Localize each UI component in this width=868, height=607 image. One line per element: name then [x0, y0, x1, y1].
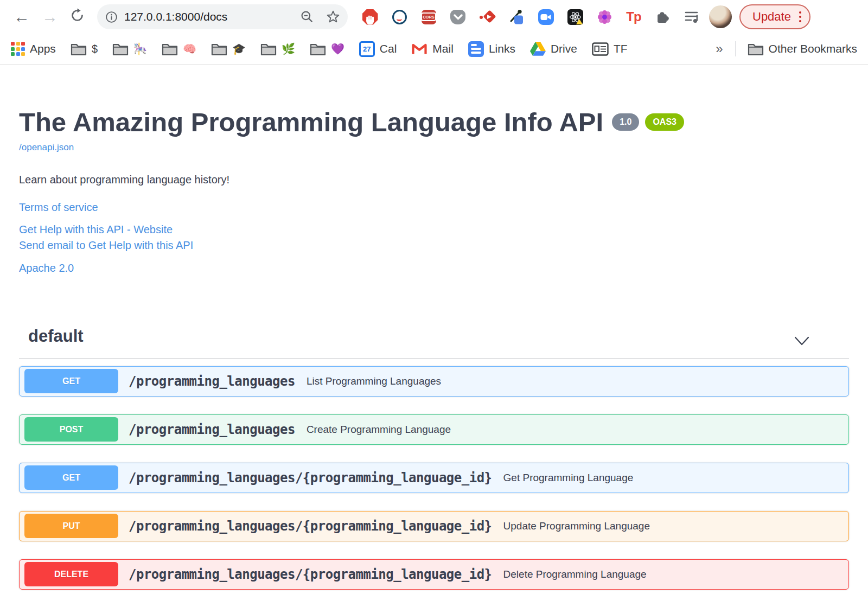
bookmark-label: Mail — [432, 42, 454, 55]
profile-avatar[interactable] — [709, 5, 732, 28]
endpoint-path: /programming_languages — [129, 422, 295, 437]
bookmark-folder-heart[interactable]: 💜 — [310, 42, 344, 56]
chat-extension-icon[interactable] — [391, 9, 407, 25]
tp-letters-icon: Tp — [626, 9, 641, 24]
endpoint-row-get-one[interactable]: GET /programming_languages/{programming_… — [19, 463, 849, 493]
folder-icon — [112, 42, 129, 56]
endpoint-path: /programming_languages/{programming_lang… — [129, 519, 492, 534]
bookmarks-divider — [735, 41, 736, 56]
url-text[interactable]: 127.0.0.1:8000/docs — [124, 10, 300, 23]
method-badge: GET — [24, 369, 118, 393]
bookmark-label: Links — [489, 42, 515, 55]
folder-emoji: 🎓 — [232, 42, 246, 55]
browser-toolbar: ← → 127.0.0.1:8000/docs — [0, 0, 868, 34]
update-button[interactable]: Update — [739, 4, 810, 29]
bookmarks-bar: Apps $ 🎠 🧠 🎓 🌿 — [0, 34, 868, 65]
react-devtools-extension-icon[interactable] — [567, 9, 583, 25]
eyedropper-icon — [508, 9, 525, 25]
bookmark-folder-carousel[interactable]: 🎠 — [112, 42, 147, 56]
bookmark-mail[interactable]: Mail — [411, 42, 454, 55]
reload-icon — [70, 8, 85, 23]
extensions-row: CORS — [362, 9, 700, 25]
color-picker-extension-icon[interactable] — [508, 9, 525, 25]
url-bar[interactable]: 127.0.0.1:8000/docs — [97, 4, 348, 29]
bookmark-label: Cal — [380, 42, 397, 55]
folder-emoji: 🧠 — [183, 42, 196, 55]
tampermonkey-extension-icon[interactable]: Tp — [626, 9, 642, 25]
help-email-link[interactable]: Send email to Get Help with this API — [19, 238, 849, 253]
zoom-out-icon[interactable] — [300, 10, 314, 24]
bookmark-label: Other Bookmarks — [769, 42, 857, 55]
pocket-extension-icon[interactable] — [450, 9, 466, 25]
terms-of-service-link[interactable]: Terms of service — [19, 201, 849, 214]
red-diamond-extension-icon[interactable] — [479, 9, 495, 25]
license-link[interactable]: Apache 2.0 — [19, 262, 849, 274]
playlist-extension-icon[interactable] — [684, 9, 700, 25]
endpoint-row-delete[interactable]: DELETE /programming_languages/{programmi… — [19, 559, 849, 590]
cors-extension-icon[interactable]: CORS — [420, 9, 437, 25]
zoom-extension-icon[interactable] — [538, 9, 554, 25]
drive-icon — [530, 42, 546, 56]
swagger-page: The Amazing Programming Language Info AP… — [0, 65, 868, 590]
folder-emoji: 🌿 — [282, 42, 295, 55]
method-badge: PUT — [24, 514, 118, 538]
section-default-header[interactable]: default — [19, 327, 849, 359]
stop-hand-icon — [362, 9, 378, 25]
bookmark-folder-brain[interactable]: 🧠 — [162, 42, 196, 56]
method-badge: DELETE — [24, 562, 118, 586]
folder-icon — [748, 42, 764, 56]
endpoint-summary: Get Programming Language — [503, 472, 634, 484]
folder-icon — [71, 42, 87, 56]
endpoint-path: /programming_languages — [129, 374, 295, 389]
bookmark-folder-graduation[interactable]: 🎓 — [211, 42, 246, 56]
bookmark-label: Apps — [30, 42, 56, 55]
video-camera-icon — [538, 9, 554, 25]
endpoint-summary: Delete Programming Language — [503, 568, 647, 580]
browser-menu-kebab-icon[interactable] — [799, 11, 802, 23]
back-button[interactable]: ← — [14, 9, 30, 25]
chevron-down-icon[interactable] — [794, 336, 810, 346]
folder-icon — [260, 42, 277, 56]
api-badges: 1.0 OAS3 — [612, 113, 684, 131]
folder-emoji: $ — [92, 43, 98, 55]
flower-extension-icon[interactable] — [596, 9, 612, 25]
bookmark-folder-herb[interactable]: 🌿 — [260, 42, 295, 56]
other-bookmarks[interactable]: Other Bookmarks — [748, 42, 857, 56]
chevron-shield-icon — [450, 10, 465, 24]
bookmark-drive[interactable]: Drive — [530, 42, 577, 56]
folder-icon — [162, 42, 178, 56]
bookmark-star-icon[interactable] — [326, 10, 340, 24]
endpoint-row-post-create[interactable]: POST /programming_languages Create Progr… — [19, 414, 849, 445]
openapi-spec-link[interactable]: /openapi.json — [19, 142, 74, 153]
method-badge: POST — [24, 417, 118, 442]
bookmark-folder-dollar[interactable]: $ — [71, 42, 98, 56]
endpoint-summary: Create Programming Language — [307, 424, 451, 436]
adblock-extension-icon[interactable] — [362, 9, 378, 25]
cors-badge-icon: CORS — [422, 10, 436, 24]
bookmark-calendar[interactable]: 27 Cal — [359, 41, 397, 57]
folder-icon — [310, 42, 326, 56]
puzzle-piece-icon — [656, 10, 671, 24]
bookmark-links[interactable]: Links — [468, 41, 515, 57]
bookmarks-overflow-chevron[interactable]: » — [716, 41, 723, 56]
oas3-badge: OAS3 — [645, 113, 684, 131]
reload-button[interactable] — [70, 8, 85, 25]
help-website-link[interactable]: Get Help with this API - Website — [19, 222, 849, 238]
atom-icon — [567, 9, 583, 25]
forward-button[interactable]: → — [42, 9, 58, 25]
endpoint-list: GET /programming_languages List Programm… — [19, 366, 849, 590]
section-title: default — [28, 327, 84, 346]
endpoint-row-put-update[interactable]: PUT /programming_languages/{programming_… — [19, 511, 849, 541]
bookmark-apps[interactable]: Apps — [11, 42, 56, 56]
warning-triangle-icon — [576, 19, 583, 24]
endpoint-summary: Update Programming Language — [503, 520, 650, 532]
extensions-menu-button[interactable] — [655, 9, 671, 25]
bookmark-label: Drive — [551, 42, 577, 55]
site-info-icon[interactable] — [105, 11, 118, 23]
calendar-icon: 27 — [359, 41, 375, 57]
bookmark-label: TF — [614, 42, 628, 55]
endpoint-row-get-list[interactable]: GET /programming_languages List Programm… — [19, 366, 849, 397]
speech-bubble-icon — [392, 10, 407, 24]
bookmark-tf[interactable]: TF — [592, 42, 628, 56]
api-title: The Amazing Programming Language Info AP… — [19, 108, 603, 137]
